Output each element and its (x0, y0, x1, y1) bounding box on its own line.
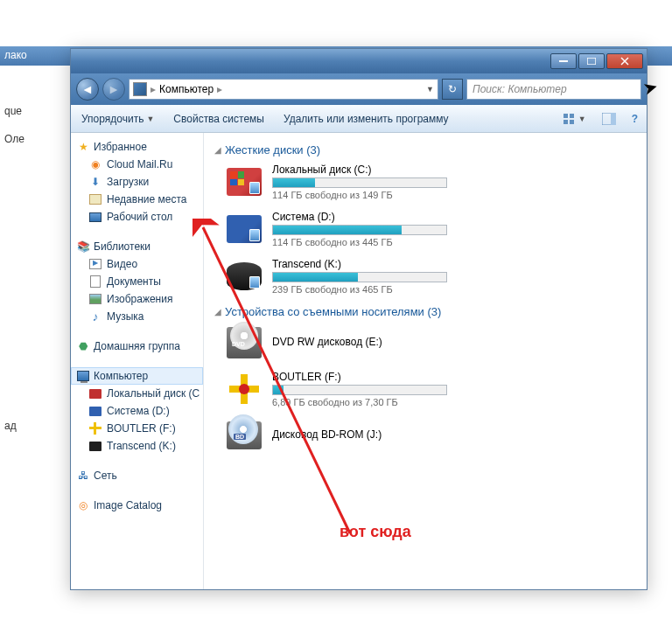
drive-icon-k (225, 259, 263, 294)
drive-dvd-e[interactable]: DVD DVD RW дисковод (E:) (225, 325, 636, 360)
breadcrumb-sep2: ▸ (217, 83, 222, 95)
drive-free-text: 6,89 ГБ свободно из 7,30 ГБ (272, 397, 636, 407)
sidebar-item-cloud[interactable]: ◉ Cloud Mail.Ru (71, 156, 203, 173)
drive-system-d[interactable]: Система (D:) 114 ГБ свободно из 445 ГБ (225, 211, 636, 247)
drive-bd-j[interactable]: BD Дисковод BD-ROM (J:) (225, 418, 636, 453)
drive-name: BOUTLER (F:) (272, 371, 636, 383)
dvd-icon: DVD (225, 325, 263, 360)
minimize-button[interactable] (550, 53, 577, 69)
search-input[interactable]: Поиск: Компьютер (466, 79, 641, 100)
nav-bar: ◄ ► ▸ Компьютер ▸ ▼ ↻ Поиск: Компьютер (71, 73, 647, 105)
toolbar: Упорядочить▼ Свойства системы Удалить ил… (71, 105, 647, 133)
annotation-text: вот сюда (340, 523, 411, 541)
address-dropdown-icon[interactable]: ▼ (426, 85, 434, 94)
document-icon (88, 275, 102, 289)
libraries-icon: 📚 (76, 240, 90, 254)
drive-icon-c (225, 164, 263, 199)
computer-icon (76, 369, 90, 383)
organize-menu[interactable]: Упорядочить▼ (78, 110, 158, 128)
drive-icon (88, 386, 102, 400)
drive-name: Локальный диск (C:) (272, 163, 636, 176)
system-properties-button[interactable]: Свойства системы (170, 110, 268, 128)
sidebar: ★ Избранное ◉ Cloud Mail.Ru ⬇ Загрузки Н… (71, 133, 204, 589)
drive-local-c[interactable]: Локальный диск (C:) 114 ГБ свободно из 1… (225, 163, 636, 200)
refresh-button[interactable]: ↻ (442, 79, 463, 100)
forward-button[interactable]: ► (102, 78, 125, 101)
drive-boutler-f[interactable]: BOUTLER (F:) 6,89 ГБ свободно из 7,30 ГБ (225, 371, 636, 407)
image-icon (88, 292, 102, 306)
preview-pane-button[interactable] (600, 111, 618, 127)
recent-icon (88, 192, 102, 206)
collapse-icon: ◢ (214, 307, 221, 317)
maximize-button[interactable] (578, 53, 605, 69)
drive-free-text: 114 ГБ свободно из 445 ГБ (272, 237, 636, 247)
drive-icon (88, 439, 102, 453)
sidebar-network[interactable]: 🖧 Сеть (71, 467, 203, 484)
svg-rect-7 (570, 120, 574, 124)
drive-icon-d (225, 212, 263, 247)
collapse-icon: ◢ (214, 145, 221, 155)
sidebar-item-boutler-f[interactable]: BOUTLER (F:) (71, 420, 203, 437)
download-icon: ⬇ (88, 175, 102, 189)
view-mode-button[interactable]: ▼ (561, 111, 588, 127)
address-location: Компьютер (159, 83, 214, 95)
sidebar-item-downloads[interactable]: ⬇ Загрузки (71, 173, 203, 191)
svg-rect-1 (587, 58, 596, 65)
drive-usage-bar (272, 225, 447, 235)
address-bar[interactable]: ▸ Компьютер ▸ ▼ (129, 79, 438, 100)
bd-icon: BD (225, 418, 263, 453)
homegroup-icon: ⬣ (76, 339, 90, 353)
drive-free-text: 114 ГБ свободно из 149 ГБ (272, 190, 636, 200)
titlebar (71, 49, 647, 73)
svg-rect-6 (564, 120, 568, 124)
section-removable[interactable]: ◢ Устройства со съемными носителями (3) (214, 305, 636, 318)
explorer-window: ◄ ► ▸ Компьютер ▸ ▼ ↻ Поиск: Компьютер У… (70, 48, 648, 590)
bg-text-4: ад (4, 420, 17, 432)
drive-usage-bar (272, 385, 447, 395)
drive-icon (88, 404, 102, 418)
sidebar-image-catalog[interactable]: ◎ Image Catalog (71, 497, 203, 514)
drive-name: Дисковод BD-ROM (J:) (272, 428, 636, 441)
drive-free-text: 239 ГБ свободно из 465 ГБ (272, 284, 636, 295)
sidebar-item-desktop[interactable]: Рабочий стол (71, 208, 203, 226)
sidebar-item-system-d[interactable]: Система (D:) (71, 402, 203, 420)
sidebar-item-music[interactable]: ♪ Музыка (71, 308, 203, 325)
sidebar-computer[interactable]: Компьютер (71, 367, 203, 385)
search-placeholder: Поиск: Компьютер (472, 83, 567, 95)
content-pane: ◢ Жесткие диски (3) Локальный диск (C:) … (204, 133, 647, 589)
sidebar-item-recent[interactable]: Недавние места (71, 191, 203, 208)
video-icon (88, 257, 102, 271)
computer-icon (133, 82, 147, 96)
uninstall-program-button[interactable]: Удалить или изменить программу (280, 110, 452, 128)
sidebar-favorites[interactable]: ★ Избранное (71, 138, 203, 156)
music-icon: ♪ (88, 310, 102, 323)
drive-name: Transcend (K:) (272, 258, 636, 270)
bg-text-2: que (4, 105, 22, 117)
sidebar-homegroup[interactable]: ⬣ Домашняя группа (71, 337, 203, 355)
drive-usage-bar (272, 272, 447, 282)
sidebar-item-video[interactable]: Видео (71, 255, 203, 273)
sidebar-item-documents[interactable]: Документы (71, 273, 203, 290)
boutler-icon (225, 372, 263, 407)
drive-usage-bar (272, 177, 447, 188)
bg-text-1: лако (4, 49, 27, 61)
desktop-icon (88, 210, 102, 224)
sidebar-item-local-c[interactable]: Локальный диск (C (71, 385, 203, 402)
sidebar-item-transcend-k[interactable]: Transcend (K:) (71, 437, 203, 455)
help-button[interactable]: ? (630, 111, 640, 127)
bg-text-3: Оле (4, 133, 24, 145)
sidebar-item-images[interactable]: Изображения (71, 290, 203, 308)
svg-rect-0 (559, 60, 568, 62)
close-button[interactable] (606, 53, 643, 69)
drive-transcend-k[interactable]: Transcend (K:) 239 ГБ свободно из 465 ГБ (225, 258, 636, 295)
section-hard-drives[interactable]: ◢ Жесткие диски (3) (214, 143, 636, 157)
drive-name: DVD RW дисковод (E:) (272, 336, 636, 348)
network-icon: 🖧 (76, 469, 90, 483)
drive-name: Система (D:) (272, 211, 636, 223)
sidebar-libraries[interactable]: 📚 Библиотеки (71, 238, 203, 255)
svg-rect-4 (564, 114, 568, 118)
back-button[interactable]: ◄ (76, 78, 99, 101)
svg-rect-5 (570, 114, 574, 118)
star-icon: ★ (76, 140, 90, 154)
cloud-icon: ◉ (88, 157, 102, 171)
